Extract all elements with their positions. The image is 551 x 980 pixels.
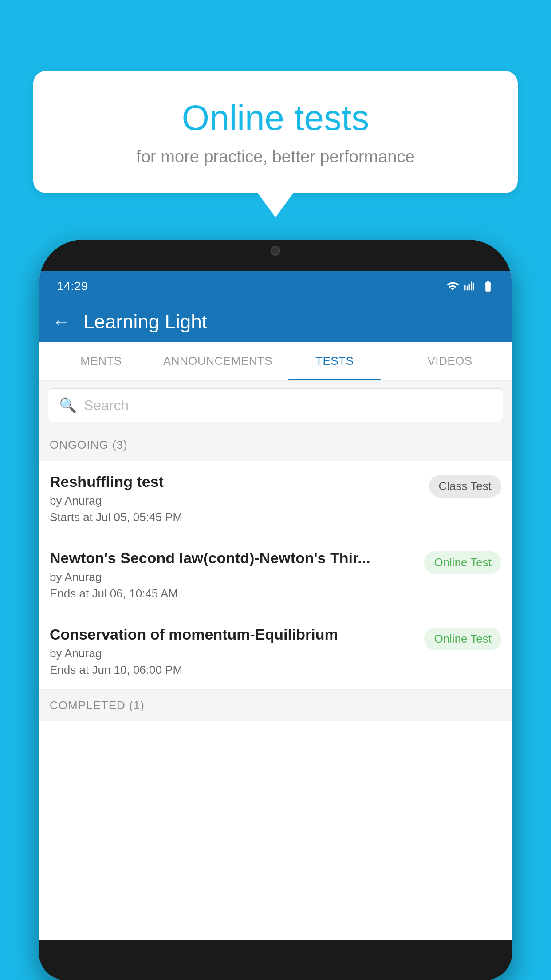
- test-name-1: Reshuffling test: [50, 473, 422, 490]
- app-title: Learning Light: [83, 311, 207, 333]
- search-bar[interactable]: 🔍 Search: [48, 388, 503, 422]
- tabs-container: MENTS ANNOUNCEMENTS TESTS VIDEOS: [39, 342, 512, 381]
- test-info-3: Conservation of momentum-Equilibrium by …: [50, 626, 417, 677]
- phone-screen: 14:29 ← Learning Light: [39, 271, 512, 940]
- back-button[interactable]: ←: [52, 312, 70, 332]
- test-name-2: Newton's Second law(contd)-Newton's Thir…: [50, 549, 417, 567]
- tab-announcements[interactable]: ANNOUNCEMENTS: [159, 342, 277, 380]
- test-item-2[interactable]: Newton's Second law(contd)-Newton's Thir…: [39, 537, 512, 613]
- status-bar: 14:29: [39, 271, 512, 302]
- test-list: Reshuffling test by Anurag Starts at Jul…: [39, 461, 512, 690]
- test-info-2: Newton's Second law(contd)-Newton's Thir…: [50, 549, 417, 601]
- camera-dot: [271, 246, 280, 256]
- wifi-icon: [446, 280, 459, 292]
- test-by-1: by Anurag: [50, 494, 422, 508]
- test-badge-3: Online Test: [424, 628, 501, 650]
- battery-icon: [482, 280, 494, 292]
- test-time-3: Ends at Jun 10, 06:00 PM: [50, 663, 417, 677]
- test-name-3: Conservation of momentum-Equilibrium: [50, 626, 417, 643]
- test-by-3: by Anurag: [50, 647, 417, 660]
- search-container: 🔍 Search: [39, 381, 512, 429]
- test-item-3[interactable]: Conservation of momentum-Equilibrium by …: [39, 613, 512, 690]
- search-icon: 🔍: [59, 397, 77, 414]
- speech-bubble-container: Online tests for more practice, better p…: [33, 71, 518, 217]
- tab-ments[interactable]: MENTS: [43, 342, 159, 380]
- search-input[interactable]: Search: [84, 397, 129, 414]
- status-icons: [446, 280, 494, 292]
- ongoing-section-title: ONGOING (3): [50, 438, 128, 451]
- test-info-1: Reshuffling test by Anurag Starts at Jul…: [50, 473, 422, 524]
- bubble-subtitle: for more practice, better performance: [69, 147, 482, 166]
- signal-icon: [464, 280, 476, 292]
- test-badge-2: Online Test: [424, 551, 501, 574]
- speech-bubble: Online tests for more practice, better p…: [33, 71, 518, 193]
- test-by-2: by Anurag: [50, 570, 417, 584]
- notch: [240, 240, 311, 262]
- test-item-1[interactable]: Reshuffling test by Anurag Starts at Jul…: [39, 461, 512, 537]
- phone-frame: 14:29 ← Learning Light: [39, 240, 512, 980]
- completed-section-header: COMPLETED (1): [39, 690, 512, 721]
- status-time: 14:29: [57, 279, 88, 293]
- test-time-2: Ends at Jul 06, 10:45 AM: [50, 587, 417, 601]
- speech-bubble-tail: [258, 193, 293, 217]
- completed-section-title: COMPLETED (1): [50, 699, 145, 712]
- phone-top-area: [39, 240, 512, 271]
- test-time-1: Starts at Jul 05, 05:45 PM: [50, 510, 422, 524]
- bubble-title: Online tests: [69, 98, 482, 138]
- ongoing-section-header: ONGOING (3): [39, 429, 512, 461]
- test-badge-1: Class Test: [429, 475, 501, 498]
- tab-tests[interactable]: TESTS: [277, 342, 392, 380]
- tab-videos[interactable]: VIDEOS: [392, 342, 508, 380]
- app-header: ← Learning Light: [39, 302, 512, 342]
